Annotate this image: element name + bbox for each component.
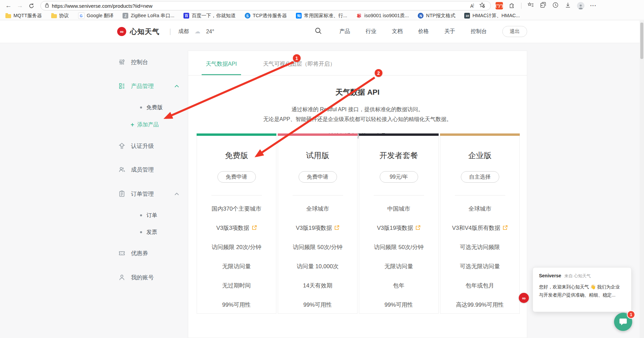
sidebar-item-order[interactable]: 订单 [140, 211, 157, 219]
tcp-tool-icon: S [245, 13, 250, 19]
buy-developer-button[interactable]: 99元/年 [380, 171, 418, 183]
bookmark-standards[interactable]: 知常用国家标准、行... [296, 12, 347, 19]
bookmark-mqtt[interactable]: MQTT服务器 [5, 12, 42, 19]
plan-feature: 访问量 10,000次 [278, 257, 357, 276]
favorites-bar-icon[interactable] [527, 2, 534, 10]
divider [293, 195, 343, 195]
sidebar-item-member-mgmt[interactable]: 成员管理 [118, 165, 154, 174]
plan-feature: 访问频限 50次/分钟 [359, 238, 438, 257]
chat-unread-badge: 1 [627, 310, 635, 319]
external-link-icon [503, 225, 508, 230]
location-label[interactable]: 成都 [178, 28, 189, 35]
tabs-row: 天气数据API 天气可视化图层（即将开启） [188, 51, 527, 75]
refresh-icon[interactable] [26, 1, 37, 10]
sidebar-item-cert-upgrade[interactable]: 认证升级 [118, 141, 154, 151]
seniverse-logo-icon: ∞ [117, 27, 126, 36]
sidebar-item-order-mgmt[interactable]: 订单管理 [118, 189, 154, 198]
logout-button[interactable]: 退出 [502, 26, 527, 37]
tab-weather-data-api[interactable]: 天气数据API [202, 60, 241, 75]
plan-feature-data-link[interactable]: V3和V4版所有数据 [440, 218, 519, 238]
choose-enterprise-button[interactable]: 自主选择 [461, 171, 499, 183]
sidebar-item-free-plan[interactable]: 免费版 [140, 103, 163, 112]
plan-feature: 无限访问量 [359, 257, 438, 276]
bookmark-baidu[interactable]: 百百度一下，你就知道 [183, 12, 236, 19]
temperature-label: 24° [206, 29, 214, 35]
plan-card-enterprise: 企业版 自主选择 全球城市 V3和V4版所有数据 可选无访问频限 可选无限访问量… [440, 133, 520, 314]
url-text[interactable]: https://www.seniverse.com/products?iid=n… [52, 3, 470, 9]
plan-feature: 99%可用性 [359, 295, 438, 314]
apply-trial-button[interactable]: 免费申请 [299, 171, 337, 183]
nav-about[interactable]: 关于 [444, 28, 455, 35]
favorite-star-icon[interactable] [479, 2, 485, 9]
chevron-up-icon[interactable] [174, 83, 179, 89]
nav-docs[interactable]: 文档 [392, 28, 403, 35]
chat-message-card[interactable]: Seniverse 来自 心知天气 您好，欢迎来到心知天气 👋 我们为企业 与开… [533, 267, 632, 312]
chevron-up-icon[interactable] [174, 190, 179, 197]
bullet-icon [140, 214, 142, 216]
address-bar[interactable]: https://www.seniverse.com/products?iid=n… [40, 1, 491, 10]
folder-icon [5, 14, 11, 18]
plan-card-free: 免费版 免费申请 国内370个主要城市 V3版3项数据 访问频限 20次/分钟 … [197, 133, 276, 314]
bookmark-hmac[interactable]: 10HMAC计算、HMAC... [464, 12, 520, 19]
plus-icon: + [131, 122, 134, 128]
chat-sender: Seniverse [539, 273, 561, 278]
chat-message: 您好，欢迎来到心知天气 👋 我们为企业 与开发者用户提供准确、精细、稳定... [539, 283, 625, 299]
divider [455, 195, 505, 195]
collections-icon[interactable] [540, 2, 546, 10]
extensions-puzzle-icon[interactable] [509, 2, 515, 10]
sidebar-item-product-mgmt[interactable]: 产品管理 [118, 81, 154, 91]
sidebar-item-add-product[interactable]: + 添加产品 [131, 121, 159, 129]
plan-feature: 访问频限 50次/分钟 [278, 238, 357, 257]
bookmark-google-translate[interactable]: GGoogle 翻译 [78, 12, 114, 19]
plan-feature: 全球城市 [278, 199, 357, 218]
scrollbar-thumb[interactable] [640, 23, 643, 59]
lock-icon [45, 3, 49, 9]
bookmark-iso9001[interactable]: 标iso9001 iso9001质... [356, 12, 409, 19]
external-link-icon [252, 225, 257, 230]
brand[interactable]: ∞ 心知天气 | 成都 ☁ 24° [117, 20, 214, 43]
page-scrollbar[interactable] [640, 21, 644, 338]
plan-feature-data-link[interactable]: V3版19项数据 [278, 218, 357, 238]
downloads-icon[interactable] [565, 2, 571, 10]
bookmark-ntp[interactable]: NNTP报文格式 [418, 12, 455, 19]
site-header: ∞ 心知天气 | 成都 ☁ 24° 产品 行业 文档 价格 关于 控制台 退出 [0, 20, 644, 43]
plan-feature: 可选无访问频限 [440, 238, 519, 257]
chat-header: Seniverse 来自 心知天气 [539, 273, 625, 279]
apply-free-button[interactable]: 免费申请 [217, 171, 256, 183]
plan-color-bar [359, 133, 439, 136]
search-icon[interactable] [315, 27, 322, 36]
nav-industries[interactable]: 行业 [366, 28, 376, 35]
extension-orange-icon[interactable]: {"}"} [496, 2, 503, 9]
divider [374, 195, 424, 195]
clipboard-icon [118, 190, 126, 198]
plan-color-bar [440, 133, 520, 136]
profile-avatar[interactable] [577, 2, 584, 9]
google-translate-icon: G [78, 12, 84, 19]
settings-menu-icon[interactable]: ··· [590, 3, 597, 9]
bookmark-zigbee[interactable]: ZZigBee LoRa 串口... [123, 12, 174, 19]
bookmark-tcp[interactable]: STCP透传服务器 [245, 12, 287, 19]
chat-message-line-1: 您好，欢迎来到心知天气 👋 我们为企业 [539, 283, 625, 291]
sidebar-item-my-account[interactable]: 我的账号 [118, 273, 154, 282]
plan-feature-data-link[interactable]: V3版19项数据 [359, 218, 438, 238]
plan-card-trial: 试用版 免费申请 全球城市 V3版19项数据 访问频限 50次/分钟 访问量 1… [278, 133, 358, 314]
sidebar-item-console[interactable]: 控制台 [118, 57, 148, 67]
user-icon [118, 274, 126, 281]
tab-weather-layers[interactable]: 天气可视化图层（即将开启） [259, 60, 340, 75]
plan-feature: 访问频限 20次/分钟 [197, 238, 276, 257]
back-button[interactable]: ← [3, 1, 14, 10]
sidebar-item-coupon[interactable]: 优惠券 [118, 248, 148, 258]
sidebar-item-invoice[interactable]: 发票 [140, 228, 157, 236]
nav-pricing[interactable]: 价格 [418, 28, 429, 35]
read-aloud-icon[interactable]: A) [470, 3, 474, 9]
chat-bubble-icon [619, 317, 628, 326]
nav-products[interactable]: 产品 [339, 28, 350, 35]
bookmark-protocol[interactable]: 协议 [51, 12, 69, 19]
bullet-icon [140, 231, 142, 233]
history-icon[interactable] [552, 2, 559, 10]
nav-console[interactable]: 控制台 [471, 28, 487, 35]
plan-feature-data-link[interactable]: V3版3项数据 [197, 218, 276, 238]
forward-button[interactable]: → [14, 1, 26, 10]
upgrade-icon [118, 142, 126, 150]
page-description: 通过标准的 Restful API 接口，提供标准化的数据访问。 无论是APP、… [188, 105, 527, 124]
